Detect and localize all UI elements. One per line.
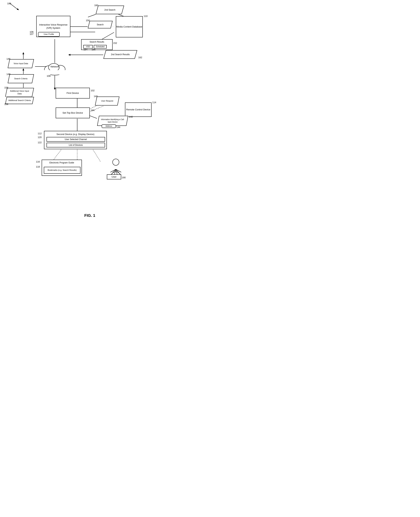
first-device-box: First Device [56, 88, 90, 99]
voice-input-box: Voice Input Data [8, 59, 34, 68]
svg-marker-14 [22, 68, 24, 70]
bookmarks-box: Bookmarks (e.g. Search Results) [44, 167, 81, 174]
num-107: 107 [30, 33, 34, 35]
search-results-label: Search Results [82, 40, 112, 44]
num-120: 120 [38, 136, 42, 139]
address-box: Address [102, 124, 116, 128]
svg-point-50 [112, 159, 119, 165]
search-criteria-box: Search Criteria [8, 74, 34, 83]
svg-line-33 [9, 3, 18, 9]
additional-search-box: Additional Search Criteria [5, 97, 34, 104]
num-112: 112 [38, 132, 42, 135]
second-device-label: Second Device (e.g. Display Device) [44, 133, 106, 136]
num-158: 158 [4, 86, 8, 89]
num-108: 108 [47, 75, 51, 77]
num-152: 152 [113, 42, 117, 44]
user-profile-box: User Profile [38, 32, 60, 37]
svg-marker-12 [22, 52, 24, 54]
svg-line-27 [88, 106, 103, 112]
num-190: 190 [122, 176, 126, 179]
svg-marker-18 [68, 54, 70, 56]
num-110: 110 [144, 15, 148, 17]
search-results-2nd-box: 2nd Search Results [103, 50, 137, 59]
vod-box: VOD [83, 45, 93, 48]
network-cloud: Network [42, 60, 67, 77]
user-selected-channel-box: User Selected Channel [46, 137, 105, 142]
num-159: 159 [4, 103, 8, 106]
network-label: Network [42, 65, 67, 68]
num-160: 160 [94, 4, 98, 7]
svg-marker-34 [17, 8, 19, 10]
fig-label: FIG. 1 [84, 213, 95, 218]
user-request-box: User Request [95, 96, 120, 106]
second-device-box: Second Device (e.g. Display Device) User… [44, 131, 107, 149]
arrows-svg [0, 0, 180, 221]
num-142: 142 [129, 116, 133, 118]
search-2nd-box: 2nd Search [96, 5, 124, 14]
user-label-box: User [107, 174, 121, 179]
num-102: 102 [91, 89, 95, 92]
media-db-box: Media Content Database [116, 16, 143, 37]
num-144: 144 [116, 126, 120, 129]
num-118: 118 [36, 165, 40, 168]
remote-control-box: Remote Control Device [125, 102, 151, 117]
num-162: 162 [138, 56, 142, 59]
diagram: 100 2nd Search 160 Interactive Voice Res… [0, 0, 180, 221]
num-122: 122 [38, 141, 42, 144]
num-148: 148 [7, 73, 10, 76]
num-104: 104 [91, 109, 95, 112]
epg-label: Electronic Program Guide [42, 161, 82, 164]
additional-voice-box: Additional Voice Input Data [5, 88, 34, 97]
svg-line-32 [92, 147, 101, 162]
num-116: 116 [36, 160, 40, 163]
svg-rect-42 [44, 70, 66, 75]
num-140: 140 [94, 95, 98, 98]
num-146: 146 [7, 58, 10, 60]
num-156: 156 [92, 48, 96, 51]
set-top-box: Set-Top Box Device [56, 108, 90, 118]
list-of-devices-box: List of Devices [46, 143, 105, 147]
search-box: Search [88, 21, 113, 29]
num-114: 114 [152, 101, 156, 104]
num-150: 150 [86, 19, 90, 22]
epg-box: Electronic Program Guide Bookmarks (e.g.… [42, 160, 82, 176]
arrow-100 [9, 2, 19, 11]
scheduled-box: Scheduled [94, 45, 107, 48]
num-154: 154 [83, 48, 87, 51]
svg-marker-8 [54, 88, 56, 90]
